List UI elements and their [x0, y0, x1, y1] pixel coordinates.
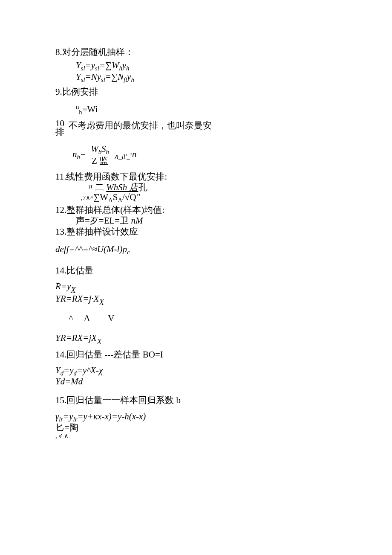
- item-14b-header: 14 . 回归估量 ---差估量 BO=I: [55, 349, 294, 360]
- item-11-header: 11 . 线性费用函数下最优安排:: [55, 171, 294, 183]
- item-15-number: 15: [55, 394, 64, 406]
- item-12-number: 12: [55, 204, 64, 216]
- item-15-title: 回归估量一一样本回归系数 b: [66, 394, 181, 406]
- item-14-title: 比估量: [66, 264, 93, 276]
- item-8-title: 对分层随机抽样：: [62, 46, 134, 58]
- item-13-number: 13: [55, 226, 64, 238]
- item-10-title: 不考虑费用的最优安排，也叫奈曼安: [69, 119, 212, 131]
- item-12-title: 整群抽样总体(样本)均值:: [66, 204, 164, 216]
- item-9-formula: nh=Wi: [76, 103, 294, 117]
- item-14-line4: YR=RX=jXX: [55, 333, 294, 343]
- item-14-line2: YR=RX=j·XX: [55, 294, 294, 304]
- item-15-line3: , s' ∧: [55, 433, 294, 440]
- item-10-title2: 排: [55, 127, 64, 137]
- item-12-line1: 声=歹=EL=卫 nM: [76, 216, 294, 226]
- item-13-formula: deff=^^=^≈U(M-l)pc: [55, 243, 294, 257]
- item-14-number: 14: [55, 264, 64, 276]
- item-14b-line1: Yd=yd=y^X-χ: [55, 366, 294, 377]
- item-15-header: 15 . 回归估量一一样本回归系数 b: [55, 394, 294, 406]
- item-15-line2: 匕=陶: [55, 423, 294, 433]
- fraction: WbSh Z 监: [88, 144, 112, 166]
- item-8-header: 8 . 对分层随机抽样：: [55, 46, 294, 58]
- item-8-number: 8: [55, 46, 60, 58]
- item-10-header: 10 排 不考虑费用的最优安排，也叫奈曼安: [55, 119, 294, 137]
- item-11-line2: ,7∧^∑WΛSΛ/√Q": [81, 192, 294, 203]
- item-9-title: 比例安排: [62, 86, 98, 98]
- item-11-number: 11: [55, 171, 64, 183]
- item-9-number: 9: [55, 86, 60, 98]
- item-11-line1: 〃二 WhSh 店孔: [86, 183, 294, 192]
- item-14b-number: 14: [55, 349, 64, 360]
- item-14b-title: 回归估量 ---差估量 BO=I: [66, 349, 163, 360]
- item-13-title: 整群抽样设计效应: [66, 226, 138, 238]
- item-10-formula: nh= WbSh Z 监 ∧_il'_·n: [72, 144, 294, 166]
- item-14-line1: R=yX: [55, 282, 294, 291]
- item-9-header: 9 . 比例安排: [55, 86, 294, 98]
- item-14b-line2: Yd=Md: [55, 377, 294, 386]
- item-8-formula-1: Ysl=ysl=∑Whyh: [76, 61, 294, 72]
- item-15-line1: γlr=ylr=y+κx-x)=y-h(x-x): [55, 412, 294, 423]
- item-14-line3: ^ Λ V: [55, 304, 294, 333]
- item-13-header: 13 . 整群抽样设计效应: [55, 226, 294, 238]
- item-8-formula-2: Ysl=Nysl=∑Nflyh: [76, 72, 294, 83]
- item-14-header: 14 . 比估量: [55, 264, 294, 276]
- item-12-header: 12 . 整群抽样总体(样本)均值:: [55, 204, 294, 216]
- item-11-title: 线性费用函数下最优安排:: [66, 171, 167, 183]
